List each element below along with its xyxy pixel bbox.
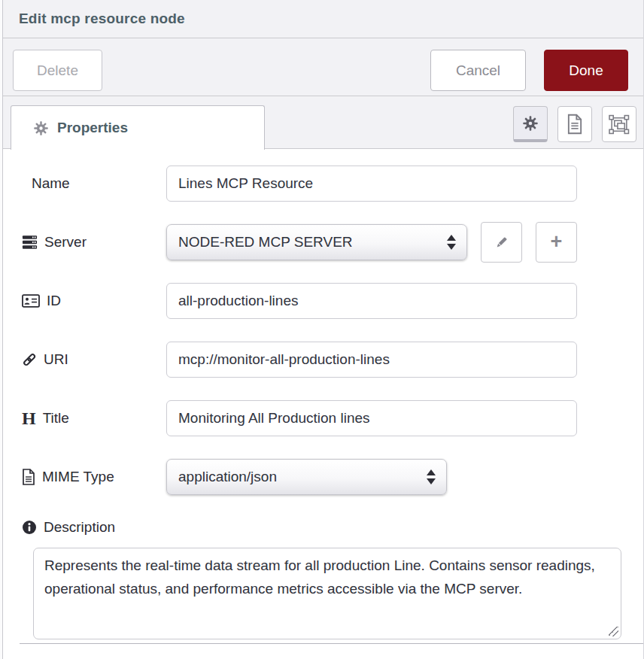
appearance-icon bbox=[608, 114, 630, 135]
id-label-text: ID bbox=[47, 293, 61, 309]
info-icon bbox=[22, 520, 37, 535]
mime-select-value: application/json bbox=[178, 469, 277, 485]
uri-label-text: URI bbox=[44, 351, 68, 368]
cancel-button[interactable]: Cancel bbox=[430, 50, 526, 91]
server-icon bbox=[22, 235, 38, 250]
id-input[interactable] bbox=[166, 283, 577, 319]
properties-tab-button[interactable] bbox=[513, 106, 548, 142]
link-icon bbox=[22, 352, 37, 367]
bottom-divider bbox=[20, 643, 643, 644]
appearance-tab-button[interactable] bbox=[602, 106, 636, 142]
properties-form: Name bbox=[3, 149, 643, 657]
add-server-button[interactable]: + bbox=[536, 222, 577, 263]
uri-input[interactable] bbox=[166, 342, 577, 378]
name-label-text: Name bbox=[32, 175, 70, 192]
heading-icon: H bbox=[22, 409, 36, 427]
title-label-text: Title bbox=[43, 410, 69, 427]
server-select-value: NODE-RED MCP SERVER bbox=[178, 234, 353, 251]
gear-icon bbox=[522, 115, 539, 132]
server-row: Server NODE-RED MCP SERVER bbox=[22, 224, 643, 260]
dialog-header: Edit mcp resource node bbox=[3, 0, 643, 38]
mime-label: MIME Type bbox=[22, 469, 166, 485]
document-icon bbox=[566, 114, 584, 135]
description-label-text: Description bbox=[44, 519, 115, 536]
mime-label-text: MIME Type bbox=[42, 469, 114, 485]
id-label: ID bbox=[22, 293, 166, 309]
edit-node-dialog: Edit mcp resource node Delete Cancel Don… bbox=[2, 0, 644, 659]
server-label-text: Server bbox=[44, 234, 87, 251]
name-input[interactable] bbox=[166, 166, 577, 202]
mime-select[interactable]: application/json bbox=[166, 459, 447, 495]
tab-properties-label: Properties bbox=[57, 120, 128, 136]
server-label: Server bbox=[22, 234, 166, 251]
name-row: Name bbox=[22, 166, 643, 202]
file-icon bbox=[22, 469, 35, 485]
tab-action-buttons bbox=[513, 106, 636, 142]
id-card-icon bbox=[22, 294, 40, 308]
description-textarea-wrap: Represents the real-time data stream for… bbox=[33, 548, 621, 639]
delete-button[interactable]: Delete bbox=[13, 50, 102, 91]
tab-bar: Properties bbox=[3, 96, 643, 149]
done-button[interactable]: Done bbox=[544, 50, 628, 91]
edit-server-button[interactable] bbox=[481, 222, 522, 263]
uri-label: URI bbox=[22, 351, 166, 368]
description-label: Description bbox=[22, 518, 643, 537]
plus-icon: + bbox=[551, 232, 563, 252]
tab-properties[interactable]: Properties bbox=[11, 105, 265, 150]
dialog-toolbar: Delete Cancel Done bbox=[3, 38, 643, 96]
pencil-icon bbox=[494, 235, 509, 251]
title-input[interactable] bbox=[166, 400, 577, 436]
gear-icon bbox=[33, 120, 49, 136]
id-row: ID bbox=[22, 283, 643, 319]
mime-row: MIME Type application/json bbox=[22, 459, 643, 495]
uri-row: URI bbox=[22, 342, 643, 378]
title-label: H Title bbox=[22, 409, 166, 427]
dialog-title: Edit mcp resource node bbox=[19, 11, 185, 27]
title-row: H Title bbox=[22, 400, 643, 436]
description-textarea[interactable]: Represents the real-time data stream for… bbox=[33, 548, 621, 639]
description-tab-button[interactable] bbox=[557, 106, 592, 142]
name-label: Name bbox=[22, 175, 166, 192]
select-arrows-icon bbox=[427, 469, 436, 484]
select-arrows-icon bbox=[447, 235, 456, 250]
server-select[interactable]: NODE-RED MCP SERVER bbox=[166, 224, 467, 260]
